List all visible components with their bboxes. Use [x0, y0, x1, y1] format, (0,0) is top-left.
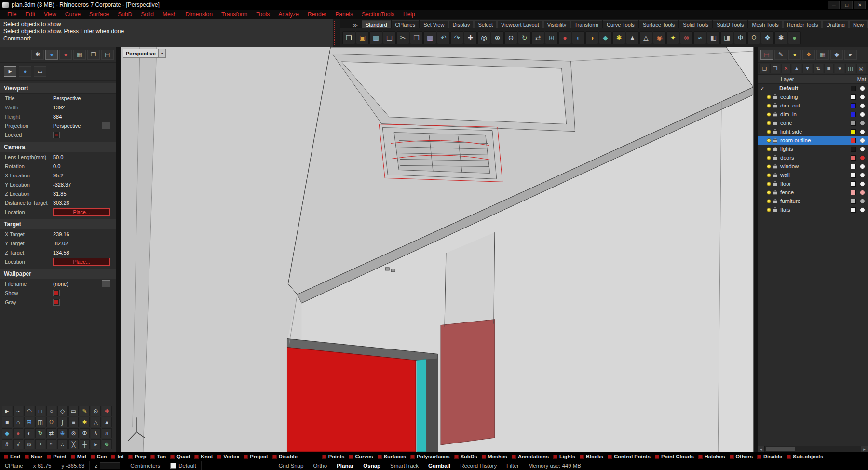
checkbox-icon[interactable] — [25, 455, 29, 459]
toolbar-icon[interactable]: ◎ — [477, 31, 490, 44]
layers-toolbar-icon[interactable]: ✕ — [781, 64, 791, 73]
checkbox-icon[interactable] — [580, 455, 584, 459]
checkbox-icon[interactable] — [150, 455, 155, 459]
checkbox-icon[interactable] — [111, 455, 115, 459]
layer-material-circle[interactable] — [860, 181, 865, 187]
viewport-canvas[interactable] — [121, 47, 753, 452]
tool-palette-icon[interactable]: ▭ — [68, 406, 79, 416]
layers-horizontal-scrollbar[interactable]: ◂ ▸ — [758, 446, 868, 452]
checkbox-icon[interactable] — [378, 455, 382, 459]
selection-filter-toggle[interactable]: Blocks — [580, 454, 603, 459]
layer-row[interactable]: ✓ fence — [758, 188, 868, 197]
layer-name[interactable]: conc — [780, 120, 851, 126]
checkbox-icon[interactable] — [730, 455, 734, 459]
toolbar-icon[interactable]: ▤ — [383, 31, 396, 44]
layer-lock-icon[interactable] — [773, 165, 777, 169]
menu-item[interactable]: Solid — [136, 11, 158, 18]
layer-material-circle[interactable] — [860, 129, 865, 134]
status-toggle[interactable]: Filter — [502, 463, 524, 469]
tool-palette-icon[interactable]: ○ — [46, 406, 56, 416]
layer-color-swatch[interactable] — [851, 121, 856, 126]
status-toggle[interactable]: Planar — [332, 463, 358, 469]
checkbox-icon[interactable] — [244, 455, 248, 459]
chevron-down-icon[interactable]: ▼ — [158, 49, 165, 57]
scroll-right-arrow[interactable]: ▸ — [861, 446, 868, 452]
maroon-wall-panel[interactable] — [441, 320, 495, 445]
toolbar-icon[interactable]: Ω — [747, 31, 760, 44]
status-toggle[interactable]: SmartTrack — [385, 463, 423, 469]
checkbox-icon[interactable] — [128, 455, 133, 459]
layer-material-circle[interactable] — [860, 112, 865, 117]
red-door-panel[interactable] — [287, 348, 416, 452]
projection-dropdown[interactable]: Perspective — [53, 123, 102, 129]
viewport-title-value[interactable]: Perspective — [53, 95, 116, 101]
teal-accent-strip[interactable] — [417, 359, 426, 452]
layer-visibility-bulb-icon[interactable] — [767, 173, 771, 177]
layer-lock-icon[interactable] — [773, 209, 777, 212]
toolbar-icon[interactable]: ▦ — [369, 31, 382, 44]
properties-subtab-icon[interactable]: ▭ — [34, 66, 46, 77]
toolbar-tab[interactable]: Select — [474, 20, 497, 28]
selection-filter-toggle[interactable]: Surfaces — [378, 454, 406, 459]
layer-row[interactable]: ✓ floor — [758, 179, 868, 188]
selection-filter-toggle[interactable]: Point Clouds — [655, 454, 694, 459]
selection-filter-toggle[interactable]: Disable — [757, 454, 782, 459]
selection-filter-toggle[interactable]: Hatches — [698, 454, 725, 459]
toolbar-tab[interactable]: SubD Tools — [713, 20, 747, 28]
menu-item[interactable]: Transform — [217, 11, 252, 18]
menu-item[interactable]: View — [40, 11, 61, 18]
layer-visibility-bulb-icon[interactable] — [767, 95, 771, 99]
layers-toolbar-icon[interactable]: ❏ — [760, 64, 769, 73]
layer-visibility-bulb-icon[interactable] — [767, 121, 771, 125]
tool-palette-icon[interactable]: ❖ — [102, 439, 112, 449]
toolbar-icon[interactable]: Φ — [734, 31, 747, 44]
tool-palette-icon[interactable]: ■ — [2, 417, 12, 427]
selection-filter-toggle[interactable]: Points — [322, 454, 345, 459]
layer-row[interactable]: ✓ cealing — [758, 93, 868, 101]
toolbar-icon[interactable]: ◑ — [585, 31, 598, 44]
toolbar-tab[interactable]: Curve Tools — [603, 20, 638, 28]
layers-toolbar-icon[interactable]: ▾ — [835, 64, 844, 73]
menu-item[interactable]: Help — [399, 11, 420, 18]
current-layer-indicator[interactable]: Default — [165, 461, 201, 470]
layer-row[interactable]: ✓ dim_in — [758, 110, 868, 119]
toolbar-icon[interactable]: ✚ — [464, 31, 477, 44]
side-panel-tab-icon[interactable]: ❖ — [802, 50, 815, 60]
status-toggle[interactable]: Record History — [455, 463, 502, 469]
properties-subtab-icon[interactable]: ● — [19, 66, 31, 77]
side-panel-tab-icon[interactable]: ✎ — [774, 50, 787, 60]
layer-lock-icon[interactable] — [773, 139, 777, 143]
command-prompt[interactable]: Command: — [3, 35, 329, 42]
tool-palette-icon[interactable]: ⇄ — [46, 428, 56, 438]
layer-color-swatch[interactable] — [851, 155, 856, 161]
units-indicator[interactable]: Centimeters — [125, 461, 165, 470]
toolbar-tab[interactable]: CPlanes — [392, 20, 420, 28]
checkbox-icon[interactable] — [194, 455, 199, 459]
layer-material-circle[interactable] — [860, 164, 865, 169]
selection-filter-toggle[interactable]: Others — [730, 454, 753, 459]
toolbar-icon[interactable]: ✱ — [612, 31, 625, 44]
layer-row[interactable]: ✓ flats — [758, 205, 868, 214]
layer-color-swatch[interactable] — [851, 190, 856, 195]
menu-item[interactable]: Mesh — [158, 11, 181, 18]
toolbar-icon[interactable]: ◆ — [599, 31, 612, 44]
layer-row[interactable]: ✓ dim_out — [758, 101, 868, 110]
dark-divider-strip[interactable] — [426, 358, 438, 452]
toolbar-icon[interactable]: ▣ — [356, 31, 369, 44]
menu-item[interactable]: Surface — [85, 11, 113, 18]
side-panel-tab-icon[interactable]: ● — [788, 50, 801, 60]
layer-row[interactable]: ✓ window — [758, 162, 868, 171]
layer-color-swatch[interactable] — [851, 181, 856, 187]
layer-material-circle[interactable] — [860, 103, 865, 108]
menu-item[interactable]: File — [3, 11, 21, 18]
tool-palette-icon[interactable]: ◠ — [24, 406, 34, 416]
toolbar-icon[interactable]: ◉ — [653, 31, 666, 44]
right-splitter[interactable] — [754, 47, 758, 452]
status-toggle[interactable]: Grid Snap — [274, 463, 309, 469]
toolbar-icon[interactable]: ◧ — [707, 31, 720, 44]
osnap-toggle[interactable]: Int — [111, 454, 123, 459]
perspective-viewport[interactable]: Perspective ▼ — [121, 47, 754, 452]
tool-palette-icon[interactable]: ✎ — [80, 406, 90, 416]
tool-palette-icon[interactable]: ⊗ — [68, 428, 79, 438]
layer-row[interactable]: ✓ lights — [758, 145, 868, 153]
